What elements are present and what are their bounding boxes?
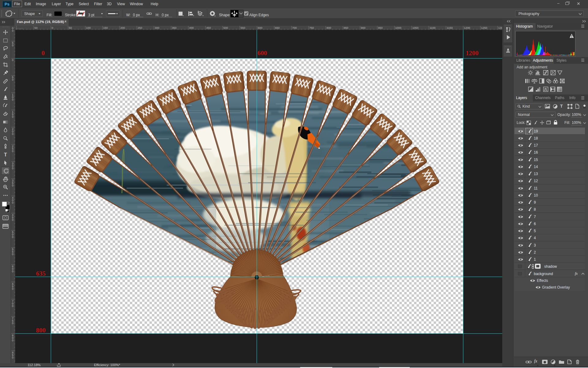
- svg-text:900: 900: [361, 26, 365, 29]
- svg-text:150: 150: [103, 26, 108, 29]
- svg-text:0: 0: [12, 78, 13, 81]
- svg-text:0: 0: [12, 29, 13, 32]
- svg-text:0: 0: [12, 150, 13, 153]
- svg-text:0: 0: [12, 305, 13, 308]
- svg-text:600: 600: [258, 49, 267, 57]
- svg-text:500: 500: [224, 26, 228, 29]
- svg-text:0: 0: [12, 167, 13, 170]
- svg-text:0: 0: [12, 218, 13, 221]
- svg-text:0: 0: [12, 184, 13, 187]
- svg-text:0: 0: [12, 98, 13, 101]
- svg-text:0: 0: [12, 270, 13, 273]
- svg-text:1250: 1250: [481, 26, 487, 29]
- svg-text:0: 0: [12, 253, 13, 256]
- svg-text:0: 0: [12, 201, 13, 204]
- svg-text:200: 200: [120, 26, 125, 29]
- svg-text:635: 635: [36, 270, 46, 277]
- svg-text:1000: 1000: [395, 26, 401, 29]
- svg-text:0: 0: [52, 26, 53, 29]
- svg-text:650: 650: [275, 26, 280, 29]
- svg-text:1200: 1200: [464, 26, 470, 29]
- svg-text:550: 550: [241, 26, 245, 29]
- svg-text:0: 0: [12, 356, 13, 359]
- svg-text:T: T: [4, 152, 7, 157]
- svg-text:100: 100: [86, 26, 91, 29]
- svg-text:1300: 1300: [498, 26, 502, 29]
- svg-text:950: 950: [378, 26, 383, 29]
- svg-text:0: 0: [12, 132, 13, 136]
- svg-text:750: 750: [309, 26, 314, 29]
- svg-text:0: 0: [12, 339, 13, 342]
- svg-text:1150: 1150: [447, 26, 453, 29]
- svg-text:300: 300: [155, 26, 159, 29]
- svg-text:800: 800: [326, 26, 331, 29]
- svg-text:0: 0: [12, 44, 13, 47]
- svg-text:700: 700: [292, 26, 297, 29]
- svg-text:0: 0: [12, 236, 13, 239]
- svg-text:0: 0: [12, 287, 13, 290]
- svg-text:1050: 1050: [413, 26, 419, 29]
- svg-text:800: 800: [36, 327, 46, 334]
- svg-text:0: 0: [12, 115, 13, 118]
- svg-text:600: 600: [258, 26, 262, 29]
- svg-text:350: 350: [172, 26, 176, 29]
- svg-text:0: 0: [42, 49, 45, 57]
- svg-text:1100: 1100: [430, 26, 435, 29]
- svg-text:0: 0: [12, 59, 13, 62]
- svg-text:250: 250: [138, 26, 142, 29]
- svg-text:400: 400: [189, 26, 194, 29]
- svg-text:0: 0: [12, 322, 13, 325]
- svg-text:450: 450: [206, 26, 211, 29]
- svg-text:850: 850: [344, 26, 348, 29]
- svg-text:1200: 1200: [466, 49, 479, 57]
